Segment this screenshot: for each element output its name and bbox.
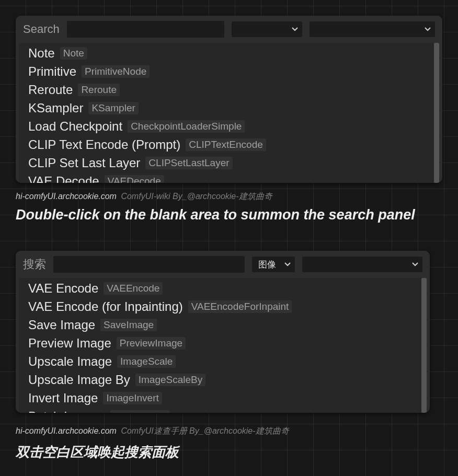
node-display: KSampler: [28, 101, 83, 115]
node-id: ImageScaleBy: [135, 374, 206, 386]
list-item[interactable]: Load CheckpointCheckpointLoaderSimple: [28, 117, 437, 135]
node-id: KSampler: [88, 102, 138, 114]
category-select-1[interactable]: [232, 21, 302, 37]
node-id: Reroute: [78, 84, 120, 96]
node-display: Save Image: [28, 318, 95, 332]
node-display: VAE Decode: [28, 174, 99, 183]
node-display: VAE Encode (for Inpainting): [28, 299, 183, 314]
node-id: PreviewImage: [117, 337, 186, 350]
node-display: CLIP Set Last Layer: [28, 156, 140, 170]
category-select-2[interactable]: [310, 21, 435, 37]
list-item[interactable]: KSamplerKSampler: [28, 99, 437, 117]
node-display: Primitive: [28, 64, 76, 79]
chevron-down-icon: [425, 27, 431, 31]
node-id: ImageScale: [117, 355, 176, 368]
list-item[interactable]: RerouteReroute: [28, 80, 437, 99]
search-panel-en: Search NoteNote PrimitivePrimitiveNode R…: [16, 16, 442, 183]
chevron-down-icon: [284, 262, 291, 266]
list-item[interactable]: VAE Encode (for Inpainting)VAEEncodeForI…: [28, 297, 425, 316]
credit-domain: hi-comfyUI.archcookie.com: [16, 192, 117, 201]
node-display: Invert Image: [28, 391, 98, 405]
list-item[interactable]: Batch ImagesImageBatch: [28, 407, 425, 413]
list-item[interactable]: Upscale ImageImageScale: [28, 352, 425, 370]
node-id: SaveImage: [100, 319, 157, 331]
list-item[interactable]: Preview ImagePreviewImage: [28, 334, 425, 352]
node-display: VAE Encode: [28, 281, 98, 296]
node-display: Load Checkpoint: [28, 119, 122, 134]
list-item[interactable]: VAE DecodeVAEDecode: [28, 172, 437, 183]
node-display: Preview Image: [28, 336, 111, 351]
list-item[interactable]: PrimitivePrimitiveNode: [28, 62, 437, 80]
credit-domain: hi-comfyUI.archcookie.com: [16, 426, 117, 435]
caption-text: Double-click on the blank area to summon…: [16, 207, 415, 223]
list-item[interactable]: Upscale Image ByImageScaleBy: [28, 370, 425, 389]
category-select-2[interactable]: [302, 257, 422, 272]
search-label: Search: [23, 22, 60, 36]
node-id: CLIPSetLastLayer: [145, 157, 232, 169]
results-list[interactable]: NoteNote PrimitivePrimitiveNode RerouteR…: [19, 43, 439, 183]
search-input[interactable]: [67, 21, 224, 38]
credit-line: hi-comfyUI.archcookie.com ComfyUI-wiki B…: [16, 191, 272, 202]
search-header: 搜索 图像: [16, 251, 430, 278]
list-item[interactable]: Save ImageSaveImage: [28, 316, 425, 334]
node-id: CLIPTextEncode: [186, 138, 266, 151]
node-display: Note: [28, 46, 55, 61]
chevron-down-icon: [292, 27, 298, 31]
node-id: ImageInvert: [103, 392, 162, 404]
credit-byline: ComfyUI速查手册 By_@archcookie-建筑曲奇: [121, 426, 289, 435]
list-item[interactable]: VAE EncodeVAEEncode: [28, 279, 425, 297]
list-item[interactable]: CLIP Text Encode (Prompt)CLIPTextEncode: [28, 135, 437, 154]
node-display: Batch Images: [28, 409, 105, 413]
node-id: VAEEncode: [104, 282, 163, 295]
node-display: Upscale Image: [28, 354, 112, 369]
search-panel-cn: 搜索 图像 VAE EncodeVAEEncode VAE Encode (fo…: [16, 251, 430, 413]
chevron-down-icon: [412, 262, 418, 266]
credit-byline: ComfyUI-wiki By_@archcookie-建筑曲奇: [121, 192, 272, 201]
node-id: VAEDecode: [105, 175, 164, 183]
node-id: CheckpointLoaderSimple: [128, 120, 245, 133]
results-list[interactable]: VAE EncodeVAEEncode VAE Encode (for Inpa…: [19, 278, 427, 413]
search-input[interactable]: [53, 256, 245, 273]
node-display: CLIP Text Encode (Prompt): [28, 137, 180, 152]
list-item[interactable]: CLIP Set Last LayerCLIPSetLastLayer: [28, 154, 437, 172]
search-label: 搜索: [23, 257, 46, 272]
node-id: ImageBatch: [110, 410, 169, 413]
select-value: 图像: [258, 259, 276, 271]
category-select-1[interactable]: 图像: [252, 257, 295, 272]
list-item[interactable]: Invert ImageImageInvert: [28, 389, 425, 407]
list-item[interactable]: NoteNote: [28, 44, 437, 62]
caption-text: 双击空白区域唤起搜索面板: [16, 443, 179, 461]
node-display: Reroute: [28, 83, 73, 97]
node-id: PrimitiveNode: [82, 65, 150, 78]
node-id: VAEEncodeForInpaint: [188, 300, 292, 313]
node-display: Upscale Image By: [28, 373, 130, 387]
credit-line: hi-comfyUI.archcookie.com ComfyUI速查手册 By…: [16, 426, 289, 437]
search-header: Search: [16, 16, 442, 43]
node-id: Note: [60, 47, 87, 60]
